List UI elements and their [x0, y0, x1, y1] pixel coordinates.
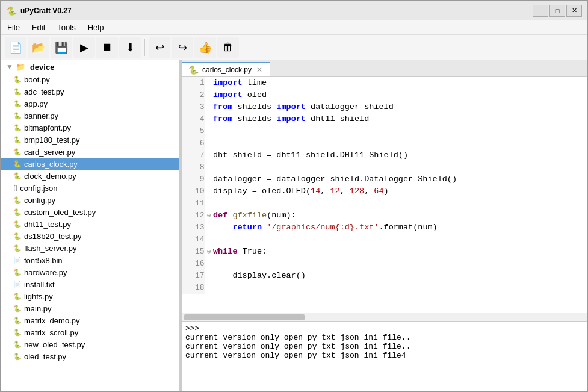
file-label: dht11_test.py	[24, 220, 71, 229]
tree-item-card_server-py[interactable]: 🐍card_server.py	[1, 146, 179, 158]
tree-item-carlos_clock-py[interactable]: 🐍carlos_clock.py	[1, 158, 179, 170]
line-number: 10	[182, 185, 205, 198]
line-number: 12	[182, 210, 205, 222]
tree-item-app-py[interactable]: 🐍app.py	[1, 98, 179, 110]
menu-item-help[interactable]: Help	[82, 20, 110, 34]
tree-item-flash_server-py[interactable]: 🐍flash_server.py	[1, 242, 179, 254]
file-icon: 🐍	[13, 148, 22, 156]
tree-item-boot-py[interactable]: 🐍boot.py	[1, 73, 179, 86]
file-icon: {}	[13, 184, 17, 191]
tree-item-ds18b20_test-py[interactable]: 🐍ds18b20_test.py	[1, 230, 179, 242]
fold-indicator[interactable]: ⊖	[205, 246, 213, 258]
tree-item-config-py[interactable]: 🐍config.py	[1, 194, 179, 206]
delete-button[interactable]: 🗑	[217, 37, 239, 58]
file-label: oled_test.py	[24, 352, 66, 361]
code-row: 7dht_shield = dht11_shield.DHT11_Shield(…	[182, 149, 587, 161]
code-line	[213, 234, 587, 246]
minimize-button[interactable]: ─	[533, 5, 548, 17]
menu-item-edit[interactable]: Edit	[26, 20, 51, 34]
line-number: 15	[182, 246, 205, 258]
code-line	[213, 137, 587, 149]
tree-item-main-py[interactable]: 🐍main.py	[1, 302, 179, 314]
fold-indicator	[205, 137, 213, 149]
line-number: 2	[182, 89, 205, 101]
syntax-num: 128	[350, 187, 364, 196]
fold-indicator	[205, 222, 213, 234]
fold-indicator	[205, 149, 213, 161]
run-button[interactable]: ▶	[73, 37, 95, 58]
file-label: config.json	[20, 184, 57, 193]
stop-button[interactable]: ⏹	[96, 37, 118, 58]
repl-area[interactable]: >>> current version only open py txt jso…	[182, 321, 587, 392]
file-label: app.py	[24, 99, 48, 108]
file-icon: 🐍	[13, 76, 22, 84]
fold-indicator	[205, 113, 213, 125]
tree-item-lights-py[interactable]: 🐍lights.py	[1, 290, 179, 302]
code-row: 6	[182, 137, 587, 149]
file-label: config.py	[24, 196, 55, 205]
file-icon: 🐍	[13, 341, 22, 349]
code-row: 10display = oled.OLED(14, 12, 128, 64)	[182, 185, 587, 198]
tree-item-bitmapfont-py[interactable]: 🐍bitmapfont.py	[1, 122, 179, 134]
syntax-kw: return	[232, 223, 262, 232]
tree-item-matrix_demo-py[interactable]: 🐍matrix_demo.py	[1, 314, 179, 326]
file-tree[interactable]: ▼ 📁 device 🐍boot.py🐍adc_test.py🐍app.py🐍b…	[1, 60, 179, 392]
editor-panel: 🐍 carlos_clock.py ✕ 1import time2import …	[182, 60, 587, 392]
file-label: font5x8.bin	[24, 256, 63, 265]
fold-indicator	[205, 161, 213, 173]
tree-item-font5x8-bin[interactable]: 📄font5x8.bin	[1, 254, 179, 266]
file-label: custom_oled_test.py	[24, 208, 96, 217]
file-icon: 🐍	[13, 160, 22, 168]
redo-button[interactable]: ↪	[172, 37, 193, 58]
open-file-button[interactable]: 📂	[28, 37, 49, 58]
menu-item-tools[interactable]: Tools	[51, 20, 81, 34]
h-scrollbar-thumb[interactable]	[184, 314, 305, 320]
tree-item-adc_test-py[interactable]: 🐍adc_test.py	[1, 86, 179, 98]
line-number: 16	[182, 258, 205, 270]
h-scrollbar[interactable]	[182, 313, 587, 321]
tree-item-custom_oled_test-py[interactable]: 🐍custom_oled_test.py	[1, 206, 179, 218]
maximize-button[interactable]: □	[549, 5, 565, 17]
line-number: 9	[182, 173, 205, 185]
code-area[interactable]: 1import time2import oled3from shields im…	[182, 77, 587, 313]
download-button[interactable]: ⬇	[119, 37, 141, 58]
tree-item-config-json[interactable]: {}config.json	[1, 182, 179, 194]
tree-root[interactable]: ▼ 📁 device	[1, 60, 179, 73]
code-line: return '/graphics/num{:d}.txt'.format(nu…	[213, 222, 587, 234]
device-label: device	[30, 63, 54, 72]
tree-item-bmp180_test-py[interactable]: 🐍bmp180_test.py	[1, 134, 179, 146]
file-icon: 🐍	[13, 305, 22, 313]
code-row: 17 display.clear()	[182, 270, 587, 282]
tree-item-dht11_test-py[interactable]: 🐍dht11_test.py	[1, 218, 179, 230]
tree-item-oled_test-py[interactable]: 🐍oled_test.py	[1, 350, 179, 362]
line-number: 13	[182, 222, 205, 234]
file-label: adc_test.py	[24, 87, 64, 96]
tab-close-button[interactable]: ✕	[255, 66, 264, 74]
new-file-button[interactable]: 📄	[5, 37, 26, 58]
undo-button[interactable]: ↩	[149, 37, 170, 58]
repl-line: current version only open py txt json in…	[185, 342, 583, 351]
code-line: def gfxfile(num):	[213, 210, 587, 222]
file-label: matrix_scroll.py	[24, 328, 78, 337]
tree-item-install-txt[interactable]: 📄install.txt	[1, 278, 179, 290]
code-line: display = oled.OLED(14, 12, 128, 64)	[213, 185, 587, 198]
menu-item-file[interactable]: File	[1, 20, 26, 34]
close-button[interactable]: ✕	[566, 5, 582, 17]
tree-item-matrix_scroll-py[interactable]: 🐍matrix_scroll.py	[1, 326, 179, 338]
title-text: uPyCraft V0.27	[20, 7, 533, 15]
fold-indicator	[205, 77, 213, 89]
tree-item-banner-py[interactable]: 🐍banner.py	[1, 110, 179, 122]
code-row: 5	[182, 125, 587, 137]
thumb-up-button[interactable]: 👍	[194, 37, 216, 58]
tab-carlos-clock[interactable]: 🐍 carlos_clock.py ✕	[182, 62, 270, 76]
tree-item-hardware-py[interactable]: 🐍hardware.py	[1, 266, 179, 278]
line-number: 18	[182, 282, 205, 294]
code-line: import oled	[213, 89, 587, 101]
tree-item-new_oled_test-py[interactable]: 🐍new_oled_test.py	[1, 338, 179, 350]
code-row: 14	[182, 234, 587, 246]
tree-item-clock_demo-py[interactable]: 🐍clock_demo.py	[1, 170, 179, 182]
line-number: 7	[182, 149, 205, 161]
code-line: from shields import datalogger_shield	[213, 101, 587, 113]
save-button[interactable]: 💾	[51, 37, 72, 58]
fold-indicator[interactable]: ⊖	[205, 210, 213, 222]
